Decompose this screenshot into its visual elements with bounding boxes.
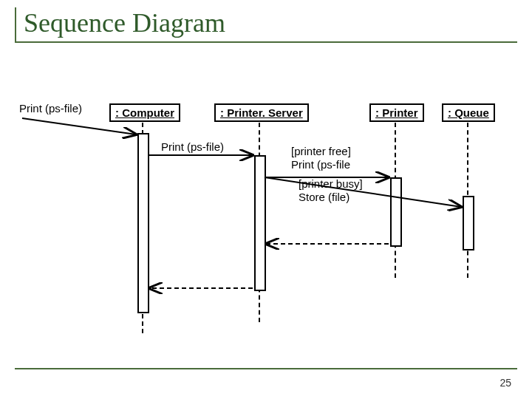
sequence-diagram: Print (ps-file) : Computer : Printer. Se… <box>0 66 532 347</box>
footer-rule <box>15 368 517 369</box>
page-number: 25 <box>499 377 511 389</box>
page-title: Sequence Diagram <box>24 7 517 38</box>
svg-line-0 <box>22 118 136 134</box>
arrows-layer <box>0 66 532 347</box>
title-bar: Sequence Diagram <box>15 7 517 43</box>
svg-line-3 <box>265 177 461 207</box>
